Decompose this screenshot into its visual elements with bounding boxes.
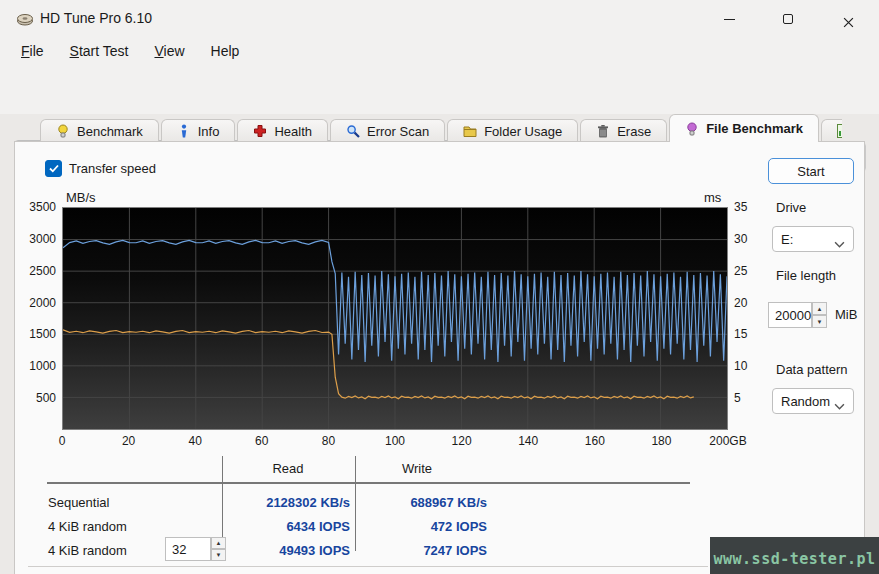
x-tick-label: 40: [165, 434, 225, 448]
ms-tick-label: 10: [734, 359, 747, 373]
tab-label: Health: [274, 124, 312, 139]
title-bar: HD Tune Pro 6.10: [0, 0, 879, 38]
table-row: 4 KiB random6434 IOPS472 IOPS: [0, 516, 700, 540]
window-title: HD Tune Pro 6.10: [40, 10, 152, 26]
x-tick-label: 140: [498, 434, 558, 448]
read-value: 6434 IOPS: [230, 519, 350, 534]
y-tick-label: 1000: [29, 359, 56, 373]
table-header-line: [47, 482, 690, 484]
tab-label: Error Scan: [367, 124, 429, 139]
tab-folder-usage[interactable]: Folder Usage: [447, 119, 578, 142]
menu-item-start-test[interactable]: Start Test: [59, 41, 140, 61]
y-tick-label: 3000: [29, 232, 56, 246]
table-row: 4 KiB random32▲▼49493 IOPS7247 IOPS: [0, 540, 700, 564]
tab-label: File Benchmark: [706, 121, 803, 136]
mini-chart-icon: [837, 124, 842, 138]
step-up-icon[interactable]: ▲: [211, 537, 226, 549]
folder-icon: [463, 124, 477, 138]
menu-item-file[interactable]: File: [10, 41, 55, 61]
tabs: BenchmarkInfoHealthError ScanFolder Usag…: [40, 114, 842, 142]
tab-m[interactable]: M.: [821, 119, 842, 142]
y-tick-label: 500: [36, 391, 56, 405]
check-icon: [48, 160, 60, 178]
watermark: www.ssd-tester.pl: [710, 537, 879, 574]
data-pattern-label: Data pattern: [776, 362, 848, 377]
drive-dropdown[interactable]: E:: [772, 226, 854, 252]
menu-item-help[interactable]: Help: [200, 41, 251, 61]
tab-label: Erase: [617, 124, 651, 139]
step-down-icon[interactable]: ▼: [812, 315, 827, 328]
start-button[interactable]: Start: [768, 158, 854, 184]
x-axis-ticks: 020406080100120140160180200GB: [62, 434, 782, 450]
bulb-yellow-icon: [56, 124, 70, 138]
close-button[interactable]: [825, 0, 871, 38]
read-column-header: Read: [228, 461, 348, 476]
tab-erase[interactable]: Erase: [580, 119, 667, 142]
x-tick-label: 100: [365, 434, 425, 448]
data-pattern-value: Random: [781, 394, 834, 409]
table-row: Sequential2128302 KB/s688967 KB/s: [0, 492, 700, 516]
file-length-label: File length: [776, 268, 836, 283]
y-axis-unit-left: MB/s: [66, 190, 96, 205]
tab-strip: ◀ BenchmarkInfoHealthError ScanFolder Us…: [0, 114, 879, 142]
start-label: Start: [797, 164, 824, 179]
row-label: 4 KiB random: [48, 519, 127, 534]
file-length-stepper[interactable]: ▲ ▼: [812, 302, 827, 328]
write-value: 472 IOPS: [367, 519, 487, 534]
x-tick-label: 80: [298, 434, 358, 448]
health-cross-icon: [253, 124, 267, 138]
tab-file-benchmark[interactable]: File Benchmark: [669, 114, 819, 142]
x-tick-label: 20: [99, 434, 159, 448]
y-tick-label: 3500: [29, 200, 56, 214]
y-tick-label: 2000: [29, 296, 56, 310]
tab-label: Info: [198, 124, 220, 139]
queue-depth-input[interactable]: 32: [165, 537, 211, 561]
x-tick-label: 160: [565, 434, 625, 448]
minimize-icon: [724, 19, 735, 20]
y-axis-unit-right: ms: [704, 190, 721, 205]
app-icon: [16, 10, 34, 28]
write-column-header: Write: [357, 461, 477, 476]
maximize-icon: [783, 14, 793, 24]
chevron-down-icon: [834, 398, 845, 405]
menu-item-view[interactable]: View: [143, 41, 195, 61]
tab-info[interactable]: Info: [161, 119, 236, 142]
menu-bar: FileStart TestViewHelp: [0, 38, 879, 64]
file-length-input[interactable]: 20000: [768, 302, 812, 328]
ms-tick-label: 15: [734, 327, 747, 341]
transfer-speed-label: Transfer speed: [69, 161, 156, 176]
ms-tick-label: 5: [734, 391, 741, 405]
y-axis-ticks-left: 350030002500200015001000500: [0, 207, 56, 430]
x-tick-label: 60: [232, 434, 292, 448]
x-tick-label: 180: [631, 434, 691, 448]
tab-label: Folder Usage: [484, 124, 562, 139]
read-value: 49493 IOPS: [230, 543, 350, 558]
file-length-value: 20000: [775, 308, 811, 323]
trash-icon: [596, 124, 610, 138]
bulb-purple-icon: [685, 122, 699, 136]
x-tick-label: 120: [432, 434, 492, 448]
row-label: 4 KiB random: [48, 543, 127, 558]
bottom-separator: [28, 566, 708, 567]
tab-error-scan[interactable]: Error Scan: [330, 119, 445, 142]
close-icon: [843, 14, 854, 25]
info-icon: [177, 124, 191, 138]
tab-benchmark[interactable]: Benchmark: [40, 119, 159, 142]
ms-tick-label: 30: [734, 232, 747, 246]
x-tick-label: 0: [32, 434, 92, 448]
minimize-button[interactable]: [706, 0, 752, 38]
write-value: 7247 IOPS: [367, 543, 487, 558]
write-speed-line: [63, 330, 694, 399]
ms-tick-label: 35: [734, 200, 747, 214]
step-down-icon[interactable]: ▼: [211, 549, 226, 561]
write-value: 688967 KB/s: [367, 495, 487, 510]
ms-tick-label: 25: [734, 264, 747, 278]
maximize-button[interactable]: [765, 0, 811, 38]
data-pattern-dropdown[interactable]: Random: [772, 388, 854, 414]
transfer-speed-checkbox[interactable]: [45, 160, 62, 177]
tab-health[interactable]: Health: [237, 119, 328, 142]
drive-label: Drive: [776, 200, 806, 215]
queue-depth-stepper[interactable]: ▲▼: [211, 537, 226, 561]
step-up-icon[interactable]: ▲: [812, 302, 827, 315]
tab-label: Benchmark: [77, 124, 143, 139]
